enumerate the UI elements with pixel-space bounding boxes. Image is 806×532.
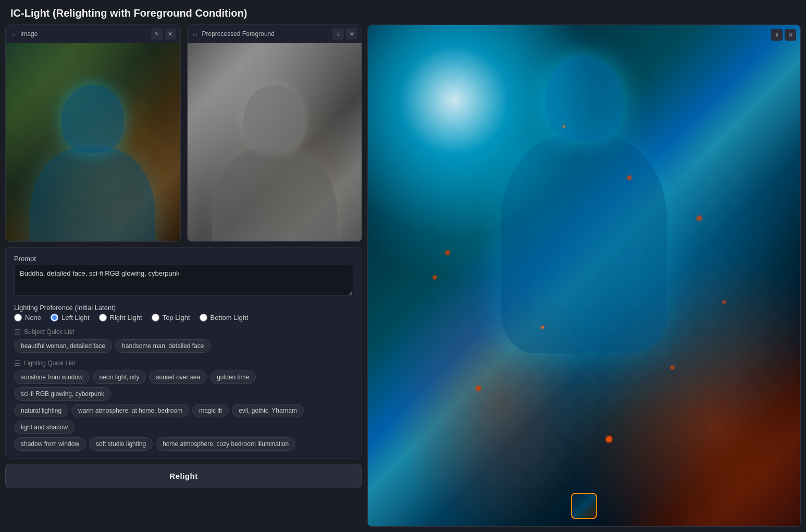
subject-list-menu-icon: ☰ [14,328,21,336]
radio-top-light[interactable]: Top Light [152,314,190,321]
tag-handsome-man[interactable]: handsome man, detailed face [115,339,210,353]
radio-right-label: Right Light [110,314,142,321]
download-preprocessed-button[interactable]: ⇩ [332,28,344,40]
relight-button[interactable]: Relight [5,464,362,488]
particle-1 [445,251,450,255]
close-preprocessed-button[interactable]: ✕ [346,28,357,40]
subject-quick-list-header: ☰ Subject Quick List [14,328,353,336]
tag-neon-city[interactable]: neon light, city [93,370,146,384]
particle-2 [697,216,702,221]
image-box-actions: ✎ ✕ [151,28,176,40]
preprocessed-box-label: Preprocessed Foreground [202,30,330,38]
prompt-input[interactable] [14,265,353,296]
buddha-silhouette-preprocessed [212,43,337,241]
result-buddha-head [545,56,623,140]
original-image-display [6,43,180,241]
lighting-radio-group: None Left Light Right Light Top Light [14,314,353,321]
subject-quick-list-label: Subject Quick List [24,328,74,336]
particle-7 [627,176,631,180]
preprocessed-box: □ Preprocessed Foreground ⇩ ✕ [187,24,363,242]
app-title: IC-Light (Relighting with Foreground Con… [10,7,796,19]
tag-natural-lighting[interactable]: natural lighting [14,404,68,417]
lighting-tags-row-1: sunshine from window neon light, city su… [14,370,353,401]
subject-quick-list-section: ☰ Subject Quick List beautiful woman, de… [14,328,353,353]
lighting-quick-list-header: ☰ Lighting Quick List [14,359,353,367]
buddha-silhouette-original [30,43,155,241]
prompt-label: Prompt [14,255,353,263]
radio-right-input[interactable] [99,314,107,321]
buddha-head-original [61,85,124,153]
preprocessed-image-display [188,43,362,241]
image-box-label: Image [20,30,148,38]
edit-image-button[interactable]: ✎ [151,28,163,40]
images-row: □ Image ✎ ✕ [5,24,362,242]
tag-magic-lit[interactable]: magic lit [192,404,229,417]
tag-soft-studio[interactable]: soft studio lighting [89,437,153,451]
tag-light-shadow[interactable]: light and shadow [14,420,75,434]
lighting-quick-list-label: Lighting Quick List [24,360,75,367]
radio-top-label: Top Light [163,314,190,321]
lighting-tags-row-2: natural lighting warm atmosphere, at hom… [14,404,353,434]
tag-warm-atmosphere[interactable]: warm atmosphere, at home, bedroom [71,404,189,417]
lighting-preference-label: Lighting Preference (Initial Latent) [14,304,353,312]
radio-bottom-light[interactable]: Bottom Light [200,314,249,321]
radio-none-input[interactable] [14,314,22,321]
particle-6 [606,436,612,442]
tag-evil-gothic[interactable]: evil, gothic, Yharnam [232,404,304,417]
radio-none-label: None [25,314,41,321]
right-panel: ⇩ ✕ [367,24,801,527]
radio-bottom-input[interactable] [200,314,207,321]
tag-golden-time[interactable]: golden time [210,370,256,384]
tag-sunset-sea[interactable]: sunset over sea [149,370,207,384]
image-box: □ Image ✎ ✕ [5,24,181,242]
lighting-preference-section: Lighting Preference (Initial Latent) Non… [14,304,353,321]
result-thumbnail[interactable] [571,493,597,519]
particle-10 [563,125,565,128]
tag-scifi-rgb[interactable]: sci-fi RGB glowing, cyberpunk [14,387,111,401]
preprocessed-image [188,43,362,241]
particle-4 [476,386,481,391]
buddha-head-preprocessed [243,85,306,153]
radio-left-input[interactable] [51,314,58,321]
result-image-area [368,25,800,526]
radio-right-light[interactable]: Right Light [99,314,142,321]
prompt-section: Prompt [14,255,353,298]
radio-none[interactable]: None [14,314,41,321]
preprocessed-icon: □ [192,30,199,38]
particle-3 [723,301,726,304]
close-result-button[interactable]: ✕ [785,29,796,41]
radio-top-input[interactable] [152,314,159,321]
particle-8 [541,326,544,329]
left-panel: □ Image ✎ ✕ [5,24,362,527]
buddha-body-original [30,147,155,241]
lighting-list-menu-icon: ☰ [14,359,21,367]
original-image [6,43,180,241]
lighting-quick-list-section: ☰ Lighting Quick List sunshine from wind… [14,359,353,451]
buddha-body-preprocessed [212,147,337,241]
image-icon: □ [10,30,17,38]
particle-5 [671,366,674,369]
tag-home-atmosphere[interactable]: home atmosphere, cozy bedroom illuminati… [156,437,295,451]
right-panel-header: ⇩ ✕ [771,29,796,41]
download-result-button[interactable]: ⇩ [771,29,783,41]
result-buddha-silhouette [501,25,667,353]
radio-left-label: Left Light [61,314,90,321]
tag-beautiful-woman[interactable]: beautiful woman, detailed face [14,339,112,353]
particle-9 [433,276,437,279]
close-image-button[interactable]: ✕ [165,28,176,40]
controls-panel: Prompt Lighting Preference (Initial Late… [5,247,362,459]
radio-bottom-label: Bottom Light [210,314,249,321]
preprocessed-box-header: □ Preprocessed Foreground ⇩ ✕ [188,25,362,43]
result-buddha-body [501,134,667,353]
radio-left-light[interactable]: Left Light [51,314,90,321]
subject-tags-row: beautiful woman, detailed face handsome … [14,339,353,353]
lighting-tags-row-3: shadow from window soft studio lighting … [14,437,353,451]
tag-sunshine-window[interactable]: sunshine from window [14,370,90,384]
tag-shadow-window[interactable]: shadow from window [14,437,86,451]
image-box-header: □ Image ✎ ✕ [6,25,180,43]
preprocessed-box-actions: ⇩ ✕ [332,28,357,40]
